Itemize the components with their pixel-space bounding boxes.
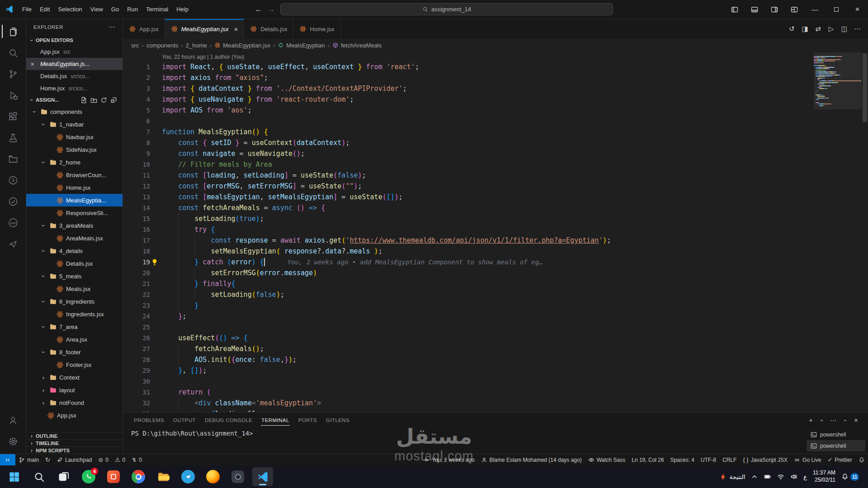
code-line-13[interactable]: 13 const [mealsEgyptian, setMealsEgyptia… (123, 192, 868, 202)
editor-scrollbar[interactable] (862, 52, 868, 412)
new-terminal-icon[interactable]: + (805, 417, 816, 424)
more-actions-icon[interactable]: ⋯ (828, 417, 839, 424)
wifi-icon[interactable] (777, 473, 784, 480)
tree-item-sidenav-jsx[interactable]: SideNav.jsx (26, 143, 123, 156)
nav-back-icon[interactable]: ← (255, 5, 262, 14)
status-cursor-position[interactable]: Ln 19, Col 26 (628, 454, 667, 465)
taskbar-file-explorer[interactable] (153, 467, 174, 486)
code-line-23[interactable]: 23 } (123, 300, 868, 311)
tree-item-meals-jsx[interactable]: Meals.jsx (26, 282, 123, 295)
tree-item-mealsegyptia-[interactable]: MealsEgyptia... (26, 194, 123, 206)
code-editor[interactable]: You, 22 hours ago | 1 author (You) 1impo… (123, 52, 868, 412)
tree-item-home-jsx[interactable]: Home.jsx (26, 181, 123, 194)
tab-details-jsx[interactable]: Details.jsx (244, 19, 293, 39)
close-icon[interactable]: × (29, 61, 36, 68)
tree-item-4-details[interactable]: ›4_details (26, 244, 123, 257)
section-timeline[interactable]: ›TIMELINE (26, 439, 123, 446)
tree-item-area-jsx[interactable]: Area.jsx (26, 333, 123, 346)
tab-home-jsx[interactable]: Home.jsx (293, 19, 340, 39)
breadcrumb-item[interactable]: 2_home (186, 42, 207, 49)
menu-edit[interactable]: Edit (36, 4, 54, 15)
tree-item-5-meals[interactable]: ›5_meals (26, 270, 123, 282)
menu-run[interactable]: Run (123, 4, 142, 15)
activity-search[interactable] (2, 42, 24, 63)
code-line-5[interactable]: 5import AOS from 'aos'; (123, 105, 868, 116)
status-encoding[interactable]: UTF-8 (698, 454, 719, 465)
tree-item-responsivesli-[interactable]: ResponsiveSli... (26, 206, 123, 219)
status-go-live[interactable]: Go Live (791, 454, 824, 465)
panel-tab-gitlens[interactable]: GITLENS (321, 413, 354, 428)
terminal-dropdown-icon[interactable]: › (819, 415, 826, 426)
close-icon[interactable]: × (234, 25, 238, 33)
code-line-4[interactable]: 4import { useNavigate } from 'react-rout… (123, 94, 868, 105)
activity-thunder-client[interactable] (2, 233, 24, 254)
taskbar-start[interactable] (4, 467, 24, 486)
taskbar-search[interactable] (28, 467, 49, 486)
breadcrumb-item[interactable]: MealsEgyptian (278, 42, 325, 49)
code-line-9[interactable]: 9 const navigate = useNavigate(); (123, 148, 868, 159)
status-warnings[interactable]: ⚠0 (112, 454, 128, 465)
code-line-10[interactable]: 10 // Filter meals by Area (123, 159, 868, 170)
more-actions-icon[interactable]: ⋯ (851, 25, 863, 33)
layout-sidebar-right-button[interactable] (764, 0, 784, 19)
status-blame-you[interactable]: You, 2 weeks ago (420, 454, 477, 465)
taskbar-whatsapp[interactable]: 4 (78, 467, 99, 486)
status-eol[interactable]: CRLF (719, 454, 740, 465)
activity-json[interactable]: Json (2, 212, 24, 233)
activity-folder-library[interactable] (2, 148, 24, 169)
language-indicator[interactable]: ع (803, 474, 807, 480)
notification-center[interactable]: 11 (841, 473, 859, 481)
status-git-branch[interactable]: main (15, 454, 42, 465)
open-editors-header[interactable]: › OPEN EDITORS (26, 35, 123, 46)
code-line-29[interactable]: 29 }, []); (123, 365, 868, 376)
breadcrumb-item[interactable]: fetchAreaMeals (332, 42, 382, 49)
collapse-all-icon[interactable] (110, 97, 117, 103)
remote-indicator[interactable] (0, 454, 15, 465)
menu-go[interactable]: Go (107, 4, 123, 15)
clock[interactable]: 11:37 AM25/02/11 (813, 469, 835, 483)
news-ticker[interactable]: النتيجة (719, 473, 745, 481)
volume-icon[interactable] (790, 473, 797, 480)
layout-grid-button[interactable] (784, 0, 804, 19)
tree-item-3-areameals[interactable]: ›3_areaMeals (26, 219, 123, 232)
lightbulb-icon[interactable] (151, 258, 158, 266)
panel-tab-terminal[interactable]: TERMINAL (257, 413, 293, 428)
history-icon[interactable]: ↺ (786, 25, 798, 33)
taskbar-app-red[interactable] (103, 467, 124, 486)
code-line-20[interactable]: 20 setErrorMSG(error.message) (123, 267, 868, 278)
open-editor-item[interactable]: ×MealsEgyptian.js... (26, 58, 123, 70)
open-changes-icon[interactable]: ◨ (799, 25, 811, 33)
status-notifications[interactable] (855, 454, 868, 465)
status-git-sync[interactable]: ↻ (42, 454, 53, 465)
tree-item-navbar-jsx[interactable]: Navbar.jsx (26, 131, 123, 143)
activity-source-control[interactable] (2, 63, 24, 84)
tree-item-browsercoun-[interactable]: BrowserCoun... (26, 169, 123, 181)
tree-item-7-area[interactable]: ›7_area (26, 320, 123, 333)
code-line-8[interactable]: 8 const { setID } = useContext(dataConte… (123, 137, 868, 148)
terminal-instance[interactable]: powershell (807, 429, 865, 440)
code-line-24[interactable]: 24 }; (123, 311, 868, 322)
tab-mealsegyptian-jsx[interactable]: MealsEgyptian.jsx× (165, 19, 245, 39)
code-line-21[interactable]: 21 } finally{ (123, 278, 868, 289)
status-launchpad[interactable]: Launchpad (53, 454, 95, 465)
activity-settings[interactable] (2, 431, 24, 452)
terminal[interactable]: PS D:\github\Rout\assignment_14> (123, 428, 807, 454)
maximize-button[interactable] (826, 0, 847, 19)
tab-app-jsx[interactable]: App.jsx (123, 19, 165, 39)
code-line-18[interactable]: 18 setMealsEgyptian( response?.data?.mea… (123, 246, 868, 257)
breadcrumb-item[interactable]: src (131, 42, 139, 49)
terminal-instance[interactable]: powershell (807, 440, 865, 451)
activity-account[interactable] (2, 409, 24, 431)
activity-live-share[interactable] (2, 169, 24, 191)
activity-extensions[interactable] (2, 106, 24, 127)
layout-sidebar-left-button[interactable] (725, 0, 745, 19)
battery-icon[interactable] (764, 473, 771, 480)
tree-item-footer-jsx[interactable]: Footer.jsx (26, 358, 123, 371)
code-line-31[interactable]: 31 return ( (123, 387, 868, 398)
activity-testing[interactable] (2, 127, 24, 148)
section-npm-scripts[interactable]: ›NPM SCRIPTS (26, 446, 123, 454)
code-line-11[interactable]: 11 const [loading, setLoading] = useStat… (123, 170, 868, 181)
code-line-16[interactable]: 16 try { (123, 224, 868, 235)
menu-help[interactable]: Help (172, 4, 193, 15)
open-editor-item[interactable]: Details.jsxsrc\co... (26, 70, 123, 82)
